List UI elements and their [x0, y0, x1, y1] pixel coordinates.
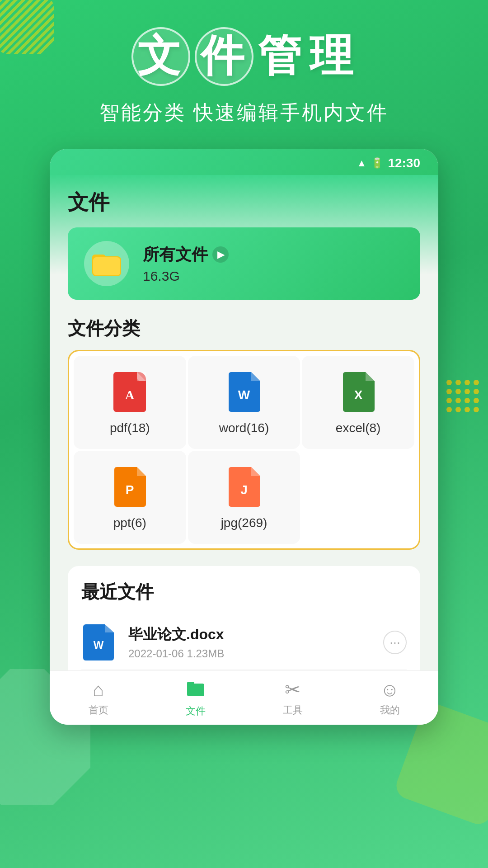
nav-item-home[interactable]: ⌂ 首页: [50, 679, 147, 717]
recent-file-info-1: 毕业论文.docx 2022-01-06 1.23MB: [128, 625, 372, 660]
docx-file-icon: W: [83, 624, 116, 660]
categories-grid-wrap: A pdf(18) W word(16): [68, 350, 420, 550]
status-bar: ▲ 🔋 12:30: [50, 149, 438, 175]
title-char-1: 文: [131, 27, 190, 86]
hero-title: 文 件 管 理: [0, 27, 488, 86]
svg-text:P: P: [126, 483, 134, 497]
ppt-file-shape: P: [113, 467, 146, 507]
status-icons: ▲ 🔋 12:30: [357, 156, 420, 170]
file-categories-label: 文件分类: [68, 316, 420, 341]
dots-decoration: [446, 380, 479, 412]
category-pdf[interactable]: A pdf(18): [74, 356, 186, 449]
nav-label-files: 文件: [186, 704, 206, 718]
word-file-shape: W: [228, 372, 260, 412]
recent-file-menu-1[interactable]: ···: [383, 631, 407, 654]
recent-file-meta-1: 2022-01-06 1.23MB: [128, 647, 372, 660]
folder-icon: [92, 251, 121, 276]
category-empty: [302, 451, 414, 544]
me-icon: ☺: [380, 679, 399, 701]
nav-label-tools: 工具: [283, 703, 303, 717]
all-files-info: 所有文件 ▶ 16.3G: [143, 244, 404, 284]
recent-label: 最近文件: [81, 580, 407, 604]
recent-file-item-1[interactable]: W 毕业论文.docx 2022-01-06 1.23MB ···: [81, 615, 407, 670]
bottom-nav: ⌂ 首页 文件 ✂ 工具 ☺ 我的: [50, 670, 438, 725]
nav-item-files[interactable]: 文件: [147, 678, 244, 718]
title-char-2: 件: [195, 27, 253, 86]
nav-item-me[interactable]: ☺ 我的: [341, 679, 438, 717]
svg-text:J: J: [240, 483, 248, 497]
all-files-card[interactable]: 所有文件 ▶ 16.3G: [68, 227, 420, 300]
svg-text:X: X: [354, 388, 362, 402]
corner-decoration: [0, 0, 54, 54]
nav-label-me: 我的: [380, 703, 400, 717]
recent-file-icon-1: W: [81, 624, 117, 660]
all-files-size: 16.3G: [143, 269, 404, 284]
nav-item-tools[interactable]: ✂ 工具: [244, 679, 341, 717]
battery-icon: 🔋: [371, 157, 383, 169]
pdf-file-shape: A: [113, 372, 146, 412]
hero-section: 文 件 管 理 智能分类 快速编辑手机内文件: [0, 0, 488, 126]
phone-mockup: ▲ 🔋 12:30 文件 所有文件 ▶ 16.3: [50, 149, 438, 725]
status-time: 12:30: [388, 156, 420, 170]
ppt-label: ppt(6): [113, 516, 146, 530]
signal-icon: ▲: [357, 157, 367, 169]
recent-file-name-1: 毕业论文.docx: [128, 625, 372, 645]
svg-rect-11: [187, 682, 194, 686]
nav-label-home: 首页: [89, 703, 108, 717]
title-char-4: 理: [310, 27, 357, 86]
files-icon: [186, 678, 205, 702]
pdf-label: pdf(18): [110, 421, 150, 435]
folder-icon-wrap: [84, 241, 129, 286]
tools-icon: ✂: [285, 679, 300, 701]
excel-icon: X: [338, 369, 379, 415]
excel-file-shape: X: [342, 372, 375, 412]
category-ppt[interactable]: P ppt(6): [74, 451, 186, 544]
home-icon: ⌂: [93, 679, 104, 701]
categories-row-2: P ppt(6) J jpg(269): [74, 451, 414, 544]
files-nav-icon: [186, 678, 205, 697]
categories-row-1: A pdf(18) W word(16): [74, 356, 414, 449]
content-area: 文件 所有文件 ▶ 16.3G 文件分类: [50, 175, 438, 725]
svg-text:W: W: [94, 639, 104, 651]
pdf-icon: A: [109, 369, 150, 415]
title-char-3: 管: [258, 27, 305, 86]
file-section-title: 文件: [68, 189, 420, 217]
excel-label: excel(8): [336, 421, 381, 435]
word-icon: W: [224, 369, 264, 415]
jpg-file-shape: J: [228, 467, 260, 507]
category-excel[interactable]: X excel(8): [302, 356, 414, 449]
jpg-icon: J: [224, 464, 264, 509]
category-word[interactable]: W word(16): [188, 356, 300, 449]
svg-text:A: A: [125, 388, 135, 402]
all-files-name: 所有文件 ▶: [143, 244, 404, 266]
ppt-icon: P: [109, 464, 150, 509]
category-jpg[interactable]: J jpg(269): [188, 451, 300, 544]
word-label: word(16): [219, 421, 269, 435]
svg-rect-2: [93, 257, 120, 275]
hero-subtitle: 智能分类 快速编辑手机内文件: [0, 99, 488, 126]
svg-text:W: W: [238, 388, 250, 402]
jpg-label: jpg(269): [221, 516, 267, 530]
arrow-circle: ▶: [212, 246, 229, 263]
